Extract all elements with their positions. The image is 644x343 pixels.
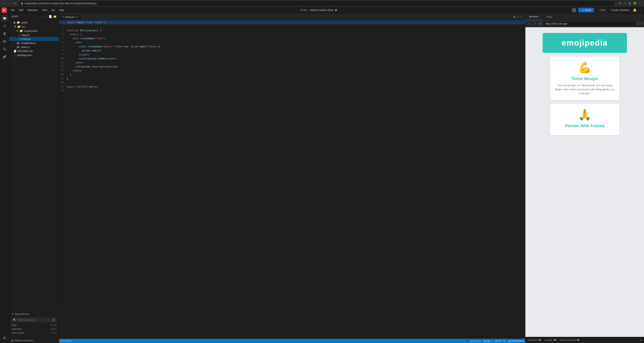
file-tree-item-package-json[interactable]: { } package.json xyxy=(9,53,59,57)
overflow-icon[interactable]: ⋮ xyxy=(639,8,642,12)
close-icon[interactable]: ✕ xyxy=(55,38,56,40)
star-icon[interactable]: ☆ xyxy=(623,2,627,5)
pencil-icon[interactable]: ✏ xyxy=(52,38,54,40)
code-line-3: 3 function Entry(props) { xyxy=(59,28,525,32)
svg-point-6 xyxy=(4,337,4,338)
menu-selection[interactable]: Selection xyxy=(26,8,40,12)
language-mode: JavaScript React xyxy=(508,340,524,342)
code-line-8: 8 {props.emoji} xyxy=(59,48,525,52)
browser-tab-browser[interactable]: Browser xyxy=(525,14,542,20)
code-line-10: 10 <span>{props.name}</span> xyxy=(59,56,525,60)
external-resources-section-header[interactable]: ▶ External resources xyxy=(9,338,59,343)
devtools-tab-problems[interactable]: Problems 0 xyxy=(528,339,541,342)
file-tree-item-entry-jsx[interactable]: ⬡ Entry.jsx ✏ ✕ xyxy=(9,37,59,41)
sidebar-files-icon[interactable] xyxy=(1,15,8,22)
file-name: README.md xyxy=(18,50,32,52)
files-title: Files xyxy=(12,15,18,18)
browser-forward-button[interactable]: → xyxy=(533,22,537,26)
md-file-icon: 📝 xyxy=(14,50,17,52)
jsx-tab-icon: ⬡ xyxy=(62,16,64,18)
file-tree-item-public[interactable]: ▶ 📁 public xyxy=(9,20,59,24)
sidebar-git-icon[interactable] xyxy=(1,46,8,52)
devtools-tab-console[interactable]: Console 0 xyxy=(544,339,556,342)
forward-button[interactable]: → xyxy=(8,2,12,5)
dep-version: 3.2.0 xyxy=(51,332,56,334)
dep-item-react: react 16.8.6 xyxy=(9,323,59,327)
drafts-label: Drafts xyxy=(300,8,307,12)
maximize-icon[interactable]: ⤢ xyxy=(517,15,519,18)
split-editor-icon[interactable]: ⊞ xyxy=(513,15,516,18)
sidebar-search-icon[interactable] xyxy=(1,22,8,30)
resize-icon[interactable]: ⤡ xyxy=(640,22,642,25)
jsx-file-icon: ⬡ xyxy=(18,34,20,36)
file-tree-item-index-js[interactable]: JS index.js xyxy=(9,45,59,49)
tab-label: Entry.jsx xyxy=(65,16,74,18)
puzzle-icon[interactable]: 🧩 xyxy=(633,2,637,5)
file-tree-item-src[interactable]: ▼ 📁 src xyxy=(9,24,59,29)
sort-desc-icon[interactable]: ↓ xyxy=(44,15,45,18)
sidebar-team-icon[interactable] xyxy=(1,334,8,342)
file-tree-item-readme[interactable]: 📝 README.md xyxy=(9,49,59,53)
new-folder-icon[interactable]: 📁 xyxy=(53,15,57,18)
create-sandbox-button[interactable]: Create Sandbox xyxy=(610,8,631,12)
fork-button[interactable]: ⑂ Fork xyxy=(596,8,608,12)
profile-icon[interactable]: 👤 xyxy=(628,2,632,5)
folder-icon-components: ▼ 📁 xyxy=(16,29,23,32)
file-tree-item-components[interactable]: ▼ 📁 components xyxy=(9,29,59,33)
code-editor[interactable]: 1 import React from "react"; 2 3 functio… xyxy=(59,20,525,339)
menu-file[interactable]: File xyxy=(9,8,17,12)
file-name: src xyxy=(22,25,25,28)
extensions-icon[interactable]: ⬇ xyxy=(618,2,622,5)
sidebar-deploy-icon[interactable]: 🚀 xyxy=(1,53,8,60)
back-button[interactable]: ← xyxy=(2,2,6,5)
menu-help[interactable]: Help xyxy=(57,8,66,12)
menu-icon[interactable]: ⋮ xyxy=(638,2,642,5)
browser-back-button[interactable]: ← xyxy=(527,22,532,26)
file-tree-item-app-jsx[interactable]: ⬡ App.jsx xyxy=(9,33,59,37)
file-name: App.jsx xyxy=(22,34,30,36)
commit-hash: 3d1b33a90 xyxy=(60,340,71,342)
sidebar-settings-icon[interactable] xyxy=(1,38,8,45)
chevron-down-icon: ▼ xyxy=(12,313,14,316)
share-button[interactable]: 👥 Share xyxy=(578,8,594,12)
main-layout: 🚀 Files ↓ ↑ 📄 📁 ▶ 📁 public ▼ 📁 xyxy=(0,14,644,343)
devtools-collapse-button[interactable]: ∨ xyxy=(640,338,642,342)
sort-asc-icon[interactable]: ↑ xyxy=(46,15,48,18)
file-tree-item-emojipedia-js[interactable]: JS emojipedia.js xyxy=(9,41,59,45)
address-bar[interactable]: 🔒 codesandbox.io/s/vibrant-cookies-25iuc… xyxy=(18,1,615,6)
browser-panel: Browser Tests ← → ↻ ⤢ ⤡ emojipedia 💪 Ten… xyxy=(525,14,644,343)
dependency-search[interactable]: 🔍 ☰ xyxy=(12,317,56,322)
dependencies-section-header[interactable]: ▼ Dependencies xyxy=(9,312,59,316)
app-menubar: K File Edit Selection View Go Help Draft… xyxy=(0,7,644,14)
console-label: Console xyxy=(544,339,553,342)
dep-menu-icon[interactable]: ☰ xyxy=(52,318,55,322)
file-name: index.js xyxy=(21,46,29,48)
editor-tab-entry-jsx[interactable]: ⬡ Entry.jsx ✕ xyxy=(60,14,80,20)
browser-tab-tests[interactable]: Tests xyxy=(542,14,556,20)
problems-label: Problems xyxy=(528,339,538,342)
chevron-right-icon: ▶ xyxy=(12,339,13,342)
devtools-tab-react[interactable]: React DevTools 0 xyxy=(560,339,580,342)
browser-reload-button[interactable]: ↻ xyxy=(538,22,542,26)
open-in-new-tab-icon[interactable]: ⤢ xyxy=(637,22,639,25)
menu-view[interactable]: View xyxy=(40,8,49,12)
notification-icon[interactable]: 🔔 xyxy=(633,8,637,12)
dep-name: react-dom xyxy=(12,328,22,330)
dep-item-react-dom: react-dom 16.8.6 xyxy=(9,327,59,331)
menu-center: Drafts / vibrant-cookies-25iuc 🔒 xyxy=(66,8,571,12)
menu-go[interactable]: Go xyxy=(50,8,57,12)
reload-button[interactable]: ↻ xyxy=(13,2,17,5)
dependencies-title: Dependencies xyxy=(14,313,29,316)
code-line-16: 16 xyxy=(59,81,525,85)
file-name: components xyxy=(24,30,38,32)
code-line-4: 4 return ( xyxy=(59,32,525,36)
menu-edit[interactable]: Edit xyxy=(17,8,25,12)
url-text: codesandbox.io/s/vibrant-cookies-25iuc?f… xyxy=(24,2,96,5)
more-options-icon[interactable]: ⋯ xyxy=(520,15,523,18)
sidebar-explorer-icon[interactable] xyxy=(1,30,8,37)
tab-close-button[interactable]: ✕ xyxy=(76,16,78,18)
new-file-icon[interactable]: 📄 xyxy=(49,15,52,18)
dependency-search-input[interactable] xyxy=(17,319,51,321)
browser-url-input[interactable] xyxy=(544,22,636,26)
editor-tab-actions: ⊞ ⤢ ⋯ xyxy=(512,15,524,18)
